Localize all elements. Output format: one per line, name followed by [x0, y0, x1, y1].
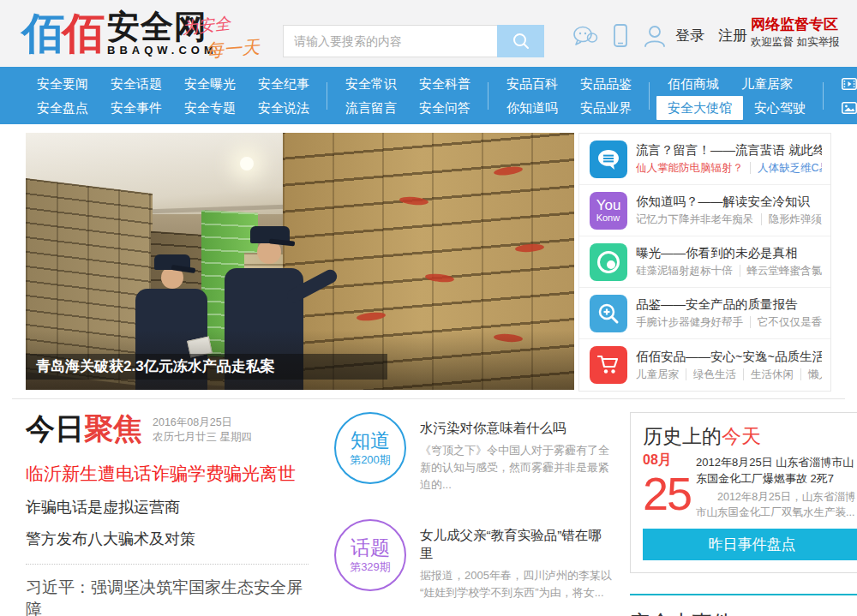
zhidao-badge: 知道第200期 [334, 412, 406, 484]
feature-link[interactable]: 蜂云堂蜂蜜含氯霉素 [740, 265, 823, 277]
feature-links: 硅藻泥辐射超标十倍蜂云堂蜂蜜含氯霉素 [636, 264, 822, 278]
nav-item[interactable]: 安心驾驶 [743, 96, 817, 120]
main-nav: 安全要闻 安全话题 安全曝光 安全纪事 安全盘点 安全事件 安全专题 安全说法 … [0, 67, 857, 124]
feature-title: 曝光——你看到的未必是真相 [636, 245, 822, 261]
history-event-desc: 2012年8月25日，山东省淄博市山东国金化工厂双氧水生产装... [696, 489, 857, 520]
item-body: 《穹顶之下》令中国人对于雾霾有了全新的认知与感受，然而雾霾并非是最紧迫的... [420, 442, 613, 493]
feature-link[interactable]: 硅藻泥辐射超标十倍 [636, 265, 733, 277]
feature-title: 品鉴——安全产品的质量报告 [636, 296, 822, 313]
feature-link[interactable]: 生活休闲 [743, 368, 794, 380]
register-link[interactable]: 注册 [718, 27, 747, 44]
logo-slogan: 为安全 每一天 [182, 12, 285, 60]
hero-news-image[interactable]: 青岛海关破获2.3亿元冻水产品走私案 [26, 133, 574, 390]
search-button[interactable] [497, 25, 544, 57]
list-item-huati[interactable]: 话题第329期 女儿成父亲“教育实验品”错在哪里 据报道，2005年春，四川泸州… [334, 519, 613, 601]
chat-bubble-icon [590, 141, 627, 178]
wechat-icon[interactable] [572, 25, 598, 47]
feature-shop[interactable]: 佰佰安品——安心~安逸~品质生活 儿童居家绿色生活生活休闲懒人生活 [579, 339, 830, 391]
today-focus-column: 今日聚焦 2016年08月25日 农历七月廿三 星期四 临沂新生遭电话诈骗学费骗… [26, 412, 309, 616]
search-input[interactable] [283, 25, 497, 57]
site-header: 佰佰 安全网 BBAQW.COM 为安全 每一天 [0, 0, 857, 67]
supervision-zone[interactable]: 网络监督专区 欢迎监督 如实举报 [751, 15, 839, 49]
mobile-icon[interactable] [614, 24, 627, 47]
supervision-subtitle: 欢迎监督 如实举报 [751, 35, 839, 49]
feature-links: 仙人掌能防电脑辐射？人体缺乏维C易患癌 [636, 161, 822, 176]
nav-group-mall: 佰佰商城 儿童居家 安全大使馆 安心驾驶 [650, 72, 824, 120]
nav-item[interactable]: 安全科普 [408, 72, 482, 96]
feature-exposure[interactable]: 曝光——你看到的未必是真相 硅藻泥辐射超标十倍蜂云堂蜂蜜含氯霉素 [579, 236, 830, 288]
nav-item[interactable]: 安全盘点 [26, 96, 99, 120]
logo-baibai: 佰佰 [21, 9, 102, 57]
magnifier-plus-icon [590, 295, 627, 332]
item-title[interactable]: 女儿成父亲“教育实验品”错在哪里 [420, 526, 613, 562]
focus-subline[interactable]: 警方发布八大骗术及对策 [26, 529, 309, 549]
section-divider [12, 398, 845, 399]
feature-rumor[interactable]: 流言？留言！——流言蜚语 就此终结 仙人掌能防电脑辐射？人体缺乏维C易患癌 [579, 134, 830, 185]
user-icon[interactable] [643, 24, 667, 47]
nav-item[interactable]: 儿童居家 [730, 72, 804, 96]
feature-link[interactable]: 仙人掌能防电脑辐射？ [636, 162, 743, 174]
today-focus-title: 今日聚焦 [26, 412, 142, 445]
exposure-ring-icon [590, 243, 627, 281]
nav-item-highlighted[interactable]: 安全大使馆 [656, 96, 743, 120]
today-date: 2016年08月25日 农历七月廿三 星期四 [153, 416, 252, 445]
nav-item[interactable]: 安全问答 [408, 96, 482, 120]
login-link[interactable]: 登录 [675, 27, 704, 44]
feature-link[interactable]: 隐形炸弹须当心 [761, 213, 823, 225]
header-quick-icons [572, 24, 667, 47]
nav-item[interactable]: 安全常识 [334, 72, 408, 96]
nav-item[interactable]: 安全纪事 [247, 72, 321, 96]
nav-item[interactable]: 安品品鉴 [569, 72, 643, 96]
feature-title: 佰佰安品——安心~安逸~品质生活 [636, 349, 822, 365]
list-item-zhidao[interactable]: 知道第200期 水污染对你意味着什么吗 《穹顶之下》令中国人对于雾霾有了全新的认… [334, 412, 613, 493]
history-title: 历史上的今天 [643, 423, 857, 449]
nav-item[interactable]: 安全话题 [99, 72, 173, 96]
feature-review[interactable]: 品鉴——安全产品的质量报告 手腕计步器健身好帮手它不仅仅是香水 [579, 288, 830, 339]
feature-link[interactable]: 手腕计步器健身好帮手 [636, 316, 743, 328]
logo-bai-1: 佰 [21, 9, 62, 57]
feature-link[interactable]: 绿色生活 [686, 368, 736, 380]
focus-second-title[interactable]: 习近平：强调坚决筑牢国家生态安全屏障 [26, 577, 309, 616]
nav-item[interactable]: 安品百科 [495, 72, 569, 96]
focus-subline[interactable]: 诈骗电话是虚拟运营商 [26, 497, 309, 517]
nav-item[interactable]: 安全要闻 [26, 72, 99, 96]
nav-item[interactable]: 安全说法 [247, 96, 321, 120]
feature-link[interactable]: 记忆力下降并非老年痴呆 [636, 213, 754, 225]
focus-headline[interactable]: 临沂新生遭电话诈骗学费骗光离世 [26, 462, 309, 486]
feature-sidebar: 流言？留言！——流言蜚语 就此终结 仙人掌能防电脑辐射？人体缺乏维C易患癌 Yo… [578, 133, 831, 392]
hero-caption[interactable]: 青岛海关破获2.3亿元冻水产品走私案 [26, 354, 387, 380]
feature-link[interactable]: 儿童居家 [636, 368, 679, 380]
feature-title: 你知道吗？——解读安全冷知识 [636, 194, 822, 210]
feature-title: 流言？留言！——流言蜚语 就此终结 [636, 142, 822, 158]
you-know-icon: YouKonw [590, 192, 627, 230]
nav-item-video[interactable]: 视频 [830, 72, 857, 96]
feature-links: 手腕计步器健身好帮手它不仅仅是香水 [636, 315, 822, 330]
nav-item[interactable]: 安全专题 [173, 96, 247, 120]
nav-item[interactable]: 佰佰商城 [656, 72, 730, 96]
huati-badge: 话题第329期 [334, 519, 406, 591]
feature-link[interactable]: 人体缺乏维C易患癌 [750, 162, 822, 174]
nav-item[interactable]: 安全事件 [99, 96, 173, 120]
yesterday-events-button[interactable]: 昨日事件盘点 [643, 529, 857, 560]
nav-item-gallery[interactable]: 图库 [830, 96, 857, 120]
major-events-title: 安全大事件 [630, 609, 857, 616]
gallery-icon [842, 102, 857, 114]
feature-link[interactable]: 懒人生活 [800, 368, 822, 380]
slogan-line2: 每一天 [205, 33, 285, 63]
history-event-title[interactable]: 2012年8月25日 山东省淄博市山东国金化工厂爆燃事故 2死7 [696, 454, 857, 487]
search-icon [512, 32, 530, 51]
nav-item[interactable]: 安全曝光 [173, 72, 247, 96]
video-icon [842, 78, 857, 90]
feature-link[interactable]: 它不仅仅是香水 [750, 316, 822, 328]
history-column: 历史上的今天 08月 25 2012年8月25日 山东省淄博市山东国金化工厂爆燃… [630, 412, 857, 616]
history-month: 08月 [643, 451, 696, 469]
supervision-title: 网络监督专区 [751, 15, 839, 35]
nav-item[interactable]: 流言留言 [334, 96, 408, 120]
feature-you-know[interactable]: YouKonw 你知道吗？——解读安全冷知识 记忆力下降并非老年痴呆隐形炸弹须当… [579, 185, 830, 236]
topics-column: 知道第200期 水污染对你意味着什么吗 《穹顶之下》令中国人对于雾霾有了全新的认… [334, 412, 613, 616]
nav-item[interactable]: 安品业界 [569, 96, 643, 120]
nav-group-media: 视频 图库 [824, 72, 857, 120]
nav-item[interactable]: 你知道吗 [495, 96, 569, 120]
item-title[interactable]: 水污染对你意味着什么吗 [420, 419, 613, 437]
bottom-section: 今日聚焦 2016年08月25日 农历七月廿三 星期四 临沂新生遭电话诈骗学费骗… [26, 412, 831, 616]
